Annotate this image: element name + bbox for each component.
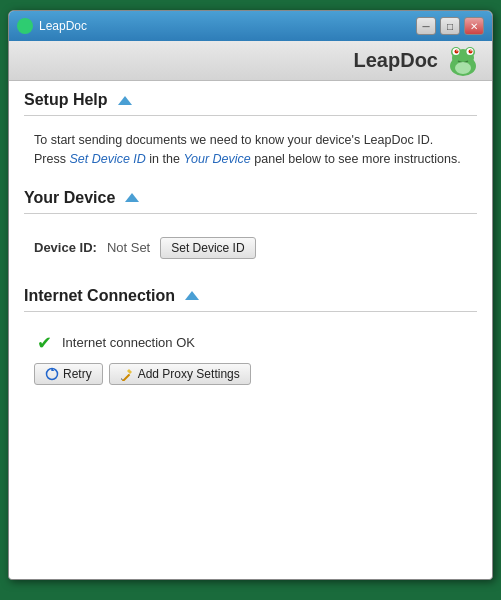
window-title: LeapDoc [39, 19, 87, 33]
svg-point-7 [469, 49, 473, 53]
your-device-title: Your Device [24, 189, 115, 207]
setup-help-section: Setup Help To start sending documents we… [24, 91, 477, 174]
your-device-body: Device ID: Not Set Set Device ID [24, 224, 477, 272]
proxy-label: Add Proxy Settings [138, 367, 240, 381]
svg-point-6 [455, 49, 459, 53]
setup-help-title: Setup Help [24, 91, 108, 109]
content-area: LeapDoc [9, 41, 492, 579]
close-button[interactable]: ✕ [464, 17, 484, 35]
internet-connection-chevron-icon [183, 287, 201, 305]
check-icon: ✔ [34, 333, 54, 353]
svg-marker-14 [127, 369, 132, 374]
device-id-value: Not Set [107, 240, 150, 255]
your-device-section: Your Device Device ID: Not Set Set Devic… [24, 189, 477, 272]
svg-rect-13 [121, 373, 129, 380]
internet-connection-header: Internet Connection [24, 287, 477, 312]
internet-status-text: Internet connection OK [62, 335, 195, 350]
svg-point-8 [456, 50, 457, 51]
svg-point-9 [470, 50, 471, 51]
svg-point-10 [455, 62, 471, 74]
maximize-button[interactable]: □ [440, 17, 460, 35]
device-id-label: Device ID: [34, 240, 97, 255]
internet-connection-section: Internet Connection ✔ Internet connectio… [24, 287, 477, 394]
svg-rect-12 [51, 368, 52, 371]
logo-text: LeapDoc [354, 49, 438, 72]
internet-connection-title: Internet Connection [24, 287, 175, 305]
setup-help-body: To start sending documents we need to kn… [24, 126, 477, 174]
title-bar: LeapDoc ─ □ ✕ [9, 11, 492, 41]
set-device-id-button[interactable]: Set Device ID [160, 237, 255, 259]
frog-icon [444, 42, 482, 80]
app-window: LeapDoc ─ □ ✕ LeapDoc [8, 10, 493, 580]
your-device-ref-text: Your Device [183, 152, 250, 166]
your-device-header: Your Device [24, 189, 477, 214]
header-bar: LeapDoc [9, 41, 492, 81]
your-device-chevron-icon [123, 189, 141, 207]
setup-help-text: To start sending documents we need to kn… [34, 131, 467, 169]
proxy-icon [120, 367, 134, 381]
internet-status-row: ✔ Internet connection OK [34, 327, 467, 359]
title-bar-left: LeapDoc [17, 18, 87, 34]
setup-help-chevron-icon [116, 91, 134, 109]
retry-icon [45, 367, 59, 381]
app-icon [17, 18, 33, 34]
internet-connection-body: ✔ Internet connection OK Retry [24, 322, 477, 394]
device-id-row: Device ID: Not Set Set Device ID [34, 229, 467, 267]
title-bar-controls: ─ □ ✕ [416, 17, 484, 35]
add-proxy-settings-button[interactable]: Add Proxy Settings [109, 363, 251, 385]
header-logo: LeapDoc [354, 42, 482, 80]
action-row: Retry Add Proxy Settings [34, 359, 467, 389]
retry-label: Retry [63, 367, 92, 381]
svg-marker-15 [121, 378, 123, 380]
minimize-button[interactable]: ─ [416, 17, 436, 35]
retry-button[interactable]: Retry [34, 363, 103, 385]
set-device-id-link-text: Set Device ID [69, 152, 145, 166]
main-content: Setup Help To start sending documents we… [9, 81, 492, 579]
setup-help-header: Setup Help [24, 91, 477, 116]
